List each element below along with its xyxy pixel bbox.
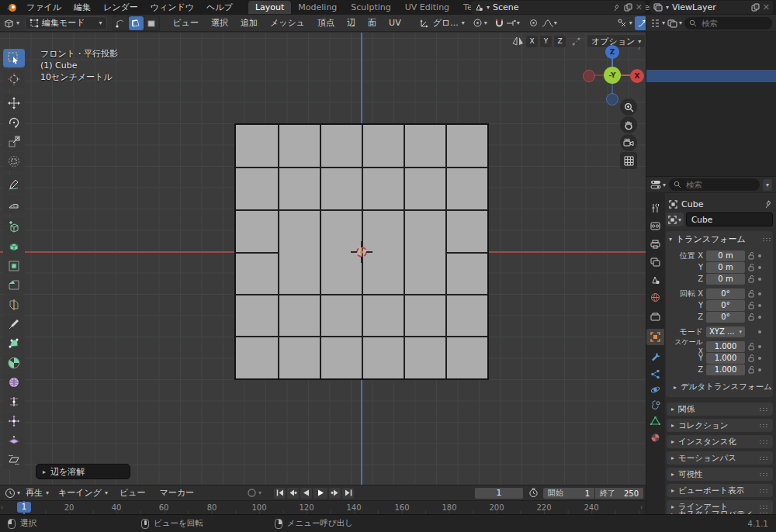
- mirror-z-toggle[interactable]: Z: [554, 36, 566, 47]
- properties-filter-dropdown-icon[interactable]: ▾: [763, 179, 772, 191]
- keying-menu[interactable]: キーイング▾: [54, 486, 112, 500]
- animate-dot-icon[interactable]: [758, 278, 761, 281]
- outliner-search-input[interactable]: [700, 18, 754, 29]
- location-y-field[interactable]: 0 m: [706, 262, 745, 273]
- face-select-mode-button[interactable]: [144, 16, 159, 30]
- menu-view[interactable]: ビュー: [167, 17, 206, 29]
- sidebar-toggle-icon[interactable]: ‹: [638, 45, 640, 52]
- close-icon[interactable]: ✕: [636, 2, 643, 12]
- menu-vertex[interactable]: 頂点: [311, 17, 341, 29]
- close-icon[interactable]: ✕: [763, 2, 770, 12]
- camera-view-button[interactable]: [620, 134, 637, 151]
- pivot-point-selector[interactable]: ▾: [473, 18, 487, 28]
- timeline-view-menu[interactable]: ビュー: [113, 487, 152, 499]
- timeline-editor-type-button[interactable]: ▾: [5, 488, 20, 499]
- scale-z-field[interactable]: 1.000: [706, 364, 745, 375]
- animate-dot-icon[interactable]: [758, 345, 761, 348]
- animate-dot-icon[interactable]: [758, 254, 761, 257]
- tool-shrink-fatten[interactable]: [3, 431, 25, 450]
- panel-grip-icon[interactable]: [762, 237, 771, 242]
- tool-scale[interactable]: [3, 133, 25, 151]
- workspace-tab-modeling[interactable]: Modeling: [291, 1, 344, 14]
- vertex-select-mode-button[interactable]: [113, 16, 128, 30]
- scale-x-field[interactable]: 1.000: [706, 341, 745, 352]
- scale-y-field[interactable]: 1.000: [706, 353, 745, 364]
- tab-constraints[interactable]: [646, 397, 664, 413]
- tool-extrude-region[interactable]: [3, 237, 25, 256]
- tool-bevel[interactable]: [3, 276, 25, 295]
- panel-grip-icon[interactable]: [759, 472, 768, 477]
- proportional-falloff-selector[interactable]: ▾: [542, 19, 557, 28]
- object-id-selector[interactable]: ▾: [666, 212, 684, 226]
- panel-grip-icon[interactable]: [759, 456, 768, 461]
- show-gizmo-toggle[interactable]: ▾: [617, 18, 632, 28]
- tool-select-box[interactable]: [3, 49, 25, 67]
- tool-cursor[interactable]: [3, 70, 25, 88]
- panel-viewport-display[interactable]: ▸ビューポート表示: [667, 484, 773, 497]
- tool-annotate[interactable]: [3, 175, 25, 194]
- rotation-x-field[interactable]: 0°: [706, 288, 745, 299]
- panel-grip-icon[interactable]: [759, 407, 768, 412]
- location-x-field[interactable]: 0 m: [706, 250, 745, 261]
- panel-visibility[interactable]: ▸可視性: [667, 468, 773, 481]
- frame-end-field[interactable]: 終了 250: [595, 488, 643, 499]
- workspace-tab-uv-editing[interactable]: UV Editing: [398, 1, 456, 14]
- tab-collection[interactable]: [646, 309, 664, 325]
- tab-world[interactable]: [646, 289, 664, 306]
- properties-search-field[interactable]: [669, 178, 760, 191]
- play-button[interactable]: [314, 488, 327, 499]
- expand-icon[interactable]: ▸: [43, 468, 46, 475]
- proportional-editing-toggle[interactable]: ▾: [528, 18, 557, 28]
- scroll-right-icon[interactable]: ›: [640, 504, 643, 511]
- tab-physics[interactable]: [646, 382, 664, 398]
- gizmo-z-axis[interactable]: Z: [605, 45, 619, 59]
- lock-icon[interactable]: [748, 264, 755, 271]
- properties-editor-type-button[interactable]: ▾: [650, 180, 666, 189]
- blender-logo-icon[interactable]: [6, 2, 17, 12]
- panel-collections[interactable]: ▸コレクション: [667, 419, 773, 432]
- tool-spin[interactable]: [3, 354, 25, 372]
- mirror-y-toggle[interactable]: Y: [540, 36, 552, 47]
- animate-dot-icon[interactable]: [758, 330, 761, 333]
- delta-transform-subpanel[interactable]: ▸ デルタトランスフォーム: [674, 382, 772, 392]
- tab-modifiers[interactable]: [646, 349, 664, 365]
- panel-grip-icon[interactable]: [759, 423, 768, 428]
- ortho-grid-button[interactable]: [620, 152, 637, 169]
- outliner-editor-type-button[interactable]: ▾: [650, 19, 665, 28]
- menu-window[interactable]: ウィンドウ: [144, 2, 200, 13]
- workspace-tab-layout[interactable]: Layout: [248, 1, 291, 14]
- menu-help[interactable]: ヘルプ: [200, 2, 239, 13]
- outliner-search-field[interactable]: [684, 17, 772, 29]
- tab-tool[interactable]: [646, 200, 664, 216]
- tool-inset-faces[interactable]: [3, 257, 25, 275]
- snap-base-icon[interactable]: [571, 36, 581, 47]
- workspace-tab-sculpting[interactable]: Sculpting: [344, 1, 397, 14]
- transform-panel-header[interactable]: ▾ トランスフォーム: [669, 233, 771, 245]
- mirror-x-toggle[interactable]: X: [526, 36, 538, 47]
- tab-object[interactable]: [646, 329, 664, 345]
- snap-target-selector[interactable]: ▾: [506, 19, 520, 28]
- scene-icon[interactable]: [474, 3, 483, 12]
- tab-scene[interactable]: [646, 271, 664, 288]
- viewport-3d[interactable]: フロント・平行投影 (1) Cube 10センチメートル X Y Z オプション…: [0, 33, 646, 485]
- new-layer-icon[interactable]: [751, 3, 760, 12]
- panel-grip-icon[interactable]: [759, 505, 768, 510]
- tool-knife[interactable]: [3, 315, 25, 333]
- tool-transform[interactable]: [3, 152, 25, 171]
- tab-object-data[interactable]: [646, 413, 664, 429]
- outliner-display-mode-button[interactable]: ▾: [667, 19, 682, 28]
- lock-icon[interactable]: [748, 313, 755, 321]
- tab-output[interactable]: [646, 236, 664, 252]
- tool-move[interactable]: [3, 94, 25, 112]
- menu-edit[interactable]: 編集: [68, 2, 97, 13]
- tool-loop-cut[interactable]: [3, 295, 25, 314]
- operator-panel[interactable]: ▸ 辺を溶解: [36, 464, 130, 479]
- animate-dot-icon[interactable]: [758, 368, 761, 371]
- panel-motion-paths[interactable]: ▸モーションパス: [667, 451, 773, 465]
- play-reverse-button[interactable]: [300, 488, 312, 499]
- view-layer-selector[interactable]: ▾ ViewLayer ✕: [650, 1, 773, 14]
- animate-dot-icon[interactable]: [758, 292, 761, 295]
- pin-icon[interactable]: [764, 200, 773, 209]
- lock-icon[interactable]: [748, 290, 755, 298]
- jump-to-end-button[interactable]: [342, 488, 354, 499]
